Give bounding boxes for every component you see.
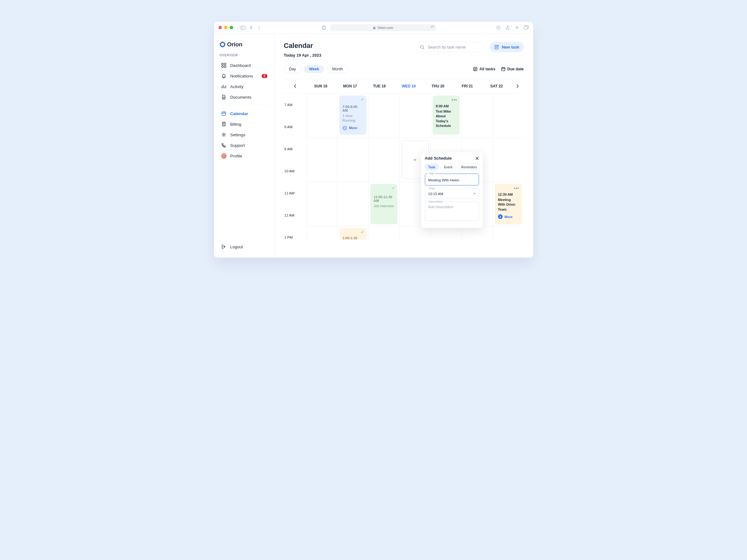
more-count: 2 [342,126,347,130]
day-column-sun[interactable] [306,93,337,240]
description-placeholder: Add Description [428,205,475,209]
nav-back-icon[interactable] [249,25,254,30]
sidebar-toggle-icon[interactable] [240,25,246,30]
tabs-overview-icon[interactable] [524,25,529,30]
sidebar-item-support[interactable]: Support [220,140,268,151]
day-header-fri[interactable]: FRI 21 [453,84,482,88]
time-label: 9 AM [284,138,306,160]
refresh-icon[interactable] [431,26,434,29]
sidebar-item-billing[interactable]: Billing [220,119,268,129]
event-card-running[interactable]: ✓ 7:00-8:00 AM 1 Hour Running 2 More [339,96,366,135]
close-icon[interactable] [475,157,479,160]
sidebar-item-label: Support [230,143,245,148]
day-header-wed[interactable]: WED 19 [394,84,423,88]
event-time: 7:00-8:00 AM [342,105,363,112]
popover-title: Add Schedule [425,156,452,161]
sidebar-item-calendar[interactable]: Calendar [220,108,268,119]
event-title: Meeting With Orion Team [498,197,519,212]
day-column-sat[interactable]: ••• 12:30 AM Meeting With Orion Team 3 M… [493,93,524,240]
field-label: Title [428,172,435,175]
next-week-button[interactable] [511,84,524,88]
calendar: SUN 16 MON 17 TUE 18 WED 19 THU 20 FRI 2… [284,79,524,240]
address-bar[interactable]: Orion.com [330,24,436,31]
more-icon[interactable]: ••• [514,186,519,191]
sidebar-item-notifications[interactable]: Notifications 2 [220,71,268,81]
title-field[interactable]: Title [425,174,479,185]
prev-week-button[interactable] [284,84,306,88]
svg-rect-4 [524,26,527,29]
day-header-mon[interactable]: MON 17 [336,84,365,88]
sidebar-item-dashboard[interactable]: Dashboard [220,60,268,71]
title-input[interactable] [428,178,475,182]
search-input[interactable]: Search by task name [415,42,485,52]
event-time: 11:00-11:30 AM [374,195,394,203]
day-header-sun[interactable]: SUN 16 [306,84,336,88]
filter-all-tasks[interactable]: All tasks [473,67,495,71]
svg-point-11 [420,45,423,48]
sidebar-item-activity[interactable]: Activity [220,81,268,92]
svg-rect-7 [222,66,224,68]
event-card-orion-meeting[interactable]: ••• 12:30 AM Meeting With Orion Team 3 M… [495,184,522,224]
download-icon[interactable] [496,25,501,30]
view-tab-week[interactable]: Week [304,65,324,73]
new-task-button[interactable]: New task [490,42,523,52]
field-label: Time [428,187,436,190]
maximize-window-icon[interactable] [230,26,233,29]
filter-due-date[interactable]: Due date [501,67,524,71]
new-tab-icon[interactable] [515,25,519,30]
shield-icon[interactable] [321,25,327,30]
notification-badge: 2 [262,74,267,78]
check-icon: ✓ [361,97,364,102]
view-tab-day[interactable]: Day [284,65,301,73]
popover-tab-reminders[interactable]: Reminders [458,164,481,170]
check-icon: ✓ [392,186,395,190]
day-header-tue[interactable]: TUE 18 [365,84,394,88]
sidebar: Orion OVERVIEW Dashboard Notifications 2… [214,34,275,258]
close-window-icon[interactable] [218,26,222,29]
more-icon[interactable]: ••• [452,97,457,102]
day-header-sat[interactable]: SAT 22 [482,84,511,88]
event-card-interview[interactable]: ✓ 11:00-11:30 AM Job Interview [370,184,397,224]
view-tab-month[interactable]: Month [327,65,348,73]
sidebar-item-label: Profile [230,154,242,158]
share-icon[interactable] [505,25,510,30]
sidebar-item-settings[interactable]: Settings [220,129,268,140]
sidebar-item-profile[interactable]: Profile [220,151,268,161]
time-column: 7 AM 8 AM 9 AM 10 AM 11 AM 12 AM 1 PM [284,93,306,240]
document-icon [221,94,227,100]
minimize-window-icon[interactable] [224,26,228,29]
day-header-thu[interactable]: THU 20 [423,84,453,88]
popover-tab-event[interactable]: Event [441,164,456,170]
sidebar-item-logout[interactable]: Logout [220,241,268,252]
svg-rect-14 [501,68,505,71]
svg-point-10 [223,134,224,135]
day-column-tue[interactable]: ✓ 11:00-11:30 AM Job Interview [368,93,399,240]
time-field[interactable]: Time 10:15 AM [425,189,479,198]
event-card-afternoon[interactable]: ✓ 1:00-1:30 PM [339,228,366,240]
search-placeholder: Search by task name [428,45,466,50]
sidebar-item-label: Settings [230,133,246,137]
day-column-mon[interactable]: ✓ 7:00-8:00 AM 1 Hour Running 2 More ✓ [337,93,368,240]
calendar-icon [221,111,227,116]
calendar-small-icon [501,67,506,71]
logo-text: Orion [227,41,242,48]
grid-icon [221,62,227,68]
svg-rect-0 [241,26,245,29]
sidebar-item-label: Calendar [230,111,248,116]
event-more[interactable]: 3 More [498,214,513,219]
event-more[interactable]: 2 More [342,126,357,130]
description-field[interactable]: Description Add Description [425,202,479,221]
avatar-icon [221,153,227,159]
event-card-textmike[interactable]: ••• 8:00 AM Text Mike About Today's Sche… [433,96,460,135]
new-task-icon [494,45,499,50]
more-count: 3 [498,214,503,219]
sidebar-item-documents[interactable]: Documents [220,92,268,102]
popover-tab-task[interactable]: Task [425,164,439,170]
nav-forward-icon[interactable] [257,25,262,30]
time-label: 7 AM [284,94,306,116]
today-date: Today 19 Apr , 2023 [284,53,321,58]
logout-icon [221,244,227,249]
logo[interactable]: Orion [220,41,268,48]
divider [220,105,268,105]
new-task-label: New task [502,45,519,50]
